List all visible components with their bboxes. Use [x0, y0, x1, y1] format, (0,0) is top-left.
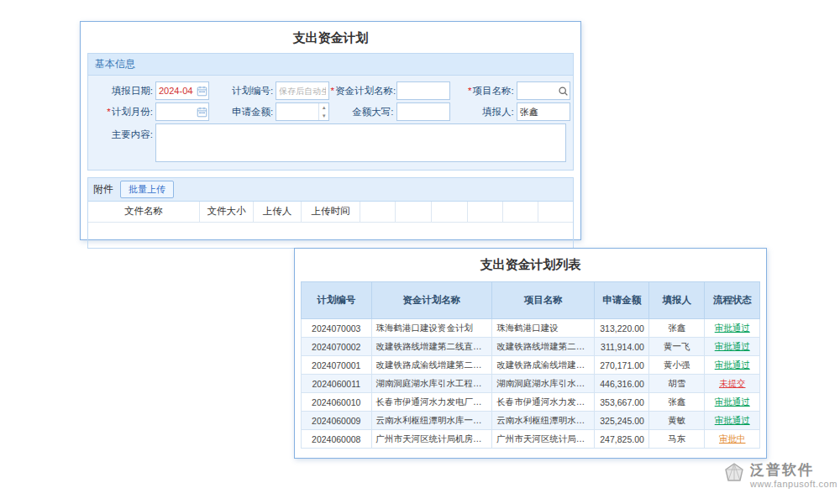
status-cell[interactable]: 审批通过 [705, 412, 760, 430]
plan-no-cell[interactable]: 2024070002 [302, 338, 372, 356]
fund-plan-name-input[interactable] [397, 82, 449, 99]
fund-plan-name-cell[interactable]: 长春市伊通河水力发电厂改建工程... [371, 393, 492, 412]
form-row-3: 主要内容: [90, 123, 571, 162]
plan-no-cell[interactable]: 2024060009 [302, 412, 372, 430]
batch-upload-button[interactable]: 批量上传 [120, 181, 174, 198]
file-table-header-empty [538, 202, 573, 222]
col-header-project-name: 项目名称 [492, 282, 595, 319]
project-name-cell[interactable]: 改建铁路成渝线增建第二直通线（... [492, 356, 595, 375]
amount-caps-input-wrap [396, 102, 450, 121]
status-cell[interactable]: 审批通过 [705, 319, 760, 338]
fund-plan-name-field: *资金计划名称: [331, 81, 451, 100]
col-header-fund-plan-name: 资金计划名称 [371, 282, 492, 319]
table-row: 2024060010 长春市伊通河水力发电厂改建工程... 长春市伊通河水力发电… [302, 393, 760, 412]
status-cell[interactable]: 审批中 [705, 430, 760, 449]
status-cell[interactable]: 审批通过 [705, 356, 760, 375]
project-name-cell[interactable]: 广州市天河区统计局机房改造项目 [492, 430, 595, 449]
stepper-up-icon[interactable]: ▲ [319, 103, 328, 112]
reporter-input[interactable] [517, 103, 570, 120]
file-table-empty-area [88, 223, 573, 248]
file-table-header-uploader: 上传人 [253, 202, 302, 222]
plan-no-cell[interactable]: 2024070003 [302, 319, 372, 338]
report-date-label: 填报日期: [90, 85, 155, 97]
apply-amount-label: 申请金额: [210, 106, 276, 118]
fund-plan-name-cell[interactable]: 改建铁路线增建第二线直通线（成... [371, 338, 492, 356]
amount-cell: 311,914.00 [595, 338, 648, 356]
reporter-input-wrap [517, 102, 570, 121]
calendar-icon[interactable] [196, 86, 208, 97]
reporter-cell[interactable]: 张鑫 [648, 393, 705, 412]
main-content-textarea[interactable] [155, 123, 566, 162]
plan-month-input[interactable] [156, 103, 196, 120]
file-table: 文件名称 文件大小 上传人 上传时间 [88, 202, 573, 223]
table-row: 2024060011 湖南洞庭湖水库引水工程施工标... 湖南洞庭湖水库引水工程… [302, 375, 760, 393]
plan-no-input-wrap [276, 81, 329, 100]
report-date-input-wrap [155, 81, 209, 100]
plan-month-label: *计划月份: [90, 106, 155, 118]
attachment-section: 附件 批量上传 文件名称 文件大小 上传人 上传时间 [87, 177, 574, 249]
plan-no-cell[interactable]: 2024070001 [302, 356, 372, 375]
plan-no-field: 计划编号: [210, 81, 330, 100]
basic-info-section-header: 基本信息 [87, 53, 574, 76]
search-icon[interactable] [557, 86, 570, 97]
plan-month-field: *计划月份: [90, 102, 210, 121]
project-name-cell[interactable]: 云南水利枢纽潭明水库一期工程施... [492, 412, 595, 430]
project-name-cell[interactable]: 湖南洞庭湖水库引水工程施工标 [492, 375, 595, 393]
fanpu-watermark: 泛普软件 www.fanpusoft.com [724, 462, 837, 489]
plan-month-input-wrap [155, 102, 209, 121]
reporter-cell[interactable]: 马东 [648, 430, 705, 449]
reporter-cell[interactable]: 胡雪 [648, 375, 705, 393]
stepper-down-icon[interactable]: ▼ [319, 112, 328, 120]
amount-cell: 325,245.00 [595, 412, 648, 430]
plan-list-table: 计划编号 资金计划名称 项目名称 申请金额 填报人 流程状态 202407000… [301, 281, 760, 449]
amount-cell: 270,171.00 [595, 356, 648, 375]
reporter-cell[interactable]: 张鑫 [648, 319, 705, 338]
required-mark: * [107, 107, 110, 117]
basic-info-body: 填报日期: 计划编号: *资金计划名称: [87, 76, 574, 171]
table-row: 2024060008 广州市天河区统计局机房改造项目... 广州市天河区统计局机… [302, 430, 760, 449]
project-name-input-wrap [517, 81, 570, 100]
expense-fund-plan-list-panel: 支出资金计划列表 计划编号 资金计划名称 项目名称 申请金额 填报人 流程状态 … [294, 248, 767, 459]
plan-no-input[interactable] [276, 82, 328, 99]
file-table-header-empty [396, 202, 432, 222]
plan-no-cell[interactable]: 2024060008 [302, 430, 372, 449]
amount-stepper: ▲ ▼ [318, 103, 328, 120]
amount-caps-input[interactable] [397, 103, 449, 120]
fund-plan-name-cell[interactable]: 云南水利枢纽潭明水库一期工程施... [371, 412, 492, 430]
file-table-header-row: 文件名称 文件大小 上传人 上传时间 [88, 202, 573, 222]
amount-caps-field: 金额大写: [331, 102, 451, 121]
reporter-field: 填报人: [451, 102, 571, 121]
project-name-input[interactable] [517, 82, 557, 99]
reporter-label: 填报人: [451, 106, 517, 118]
reporter-cell[interactable]: 黄小强 [648, 356, 705, 375]
fund-plan-name-cell[interactable]: 湖南洞庭湖水库引水工程施工标... [371, 375, 492, 393]
project-name-field: *项目名称: [451, 81, 571, 100]
project-name-cell[interactable]: 珠海鹤港口建设 [492, 319, 595, 338]
reporter-cell[interactable]: 黄敏 [648, 412, 705, 430]
plan-no-cell[interactable]: 2024060011 [302, 375, 372, 393]
reporter-cell[interactable]: 黄一飞 [648, 338, 705, 356]
fund-plan-name-cell[interactable]: 广州市天河区统计局机房改造项目... [371, 430, 492, 449]
status-cell[interactable]: 未提交 [705, 375, 760, 393]
status-cell[interactable]: 审批通过 [705, 393, 760, 412]
watermark-brand: 泛普软件 [750, 462, 837, 479]
expense-fund-plan-form-panel: 支出资金计划 基本信息 填报日期: 计划编号: [80, 21, 581, 240]
required-mark: * [468, 86, 471, 96]
file-table-header-empty [431, 202, 467, 222]
amount-cell: 247,825.00 [595, 430, 648, 449]
fund-plan-name-cell[interactable]: 珠海鹤港口建设资金计划 [371, 319, 492, 338]
project-name-cell[interactable]: 改建铁路线增建第二线直通线（成... [492, 338, 595, 356]
required-mark: * [331, 86, 334, 96]
report-date-input[interactable] [156, 82, 196, 99]
calendar-icon[interactable] [196, 107, 208, 118]
plan-no-label: 计划编号: [210, 85, 276, 97]
apply-amount-input[interactable] [276, 103, 318, 120]
plan-no-cell[interactable]: 2024060010 [302, 393, 372, 412]
fund-plan-name-cell[interactable]: 改建铁路成渝线增建第二直通线（... [371, 356, 492, 375]
project-name-cell[interactable]: 长春市伊通河水力发电厂改建工程 [492, 393, 595, 412]
status-cell[interactable]: 审批通过 [705, 338, 760, 356]
table-row: 2024060009 云南水利枢纽潭明水库一期工程施... 云南水利枢纽潭明水库… [302, 412, 760, 430]
form-row-2: *计划月份: 申请金额: ▲ ▼ [90, 102, 571, 121]
amount-caps-label: 金额大写: [331, 106, 396, 118]
col-header-status: 流程状态 [705, 282, 760, 319]
